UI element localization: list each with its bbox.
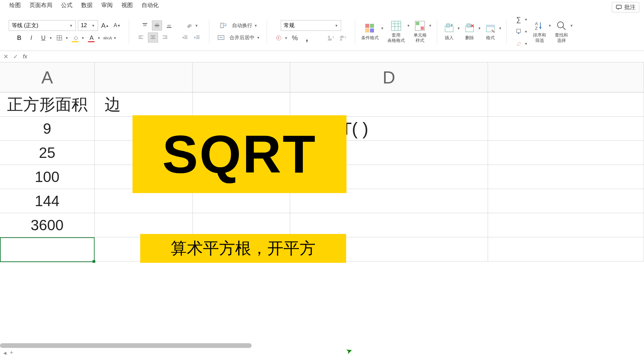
comma-button[interactable]: ,: [302, 33, 312, 43]
font-name-select[interactable]: 等线 (正文) ▼: [9, 20, 76, 31]
conditional-format-button[interactable]: 条件格式: [360, 22, 380, 41]
increase-indent-button[interactable]: [192, 33, 202, 43]
decrease-decimal-button[interactable]: .00.0: [338, 33, 348, 43]
find-select-button[interactable]: 查找和 选择: [553, 19, 569, 44]
spreadsheet-grid[interactable]: A D 正方形面积 边 9 =SQRT( ) 25 100: [0, 62, 644, 357]
cell-A2[interactable]: 9: [0, 117, 95, 140]
horizontal-scrollbar[interactable]: [0, 343, 252, 348]
cell-A4[interactable]: 100: [0, 165, 95, 189]
font-group: 等线 (正文) ▼ 12 ▼ A▲ A▼ B I U▼ ▼ ▼ A▼ abcA▼: [7, 20, 124, 43]
col-header-B[interactable]: [95, 62, 193, 92]
align-right-button[interactable]: [160, 33, 170, 43]
fill-dropdown[interactable]: ▼: [524, 30, 528, 34]
col-header-rest[interactable]: [488, 62, 644, 92]
italic-button[interactable]: I: [26, 33, 36, 43]
decrease-indent-button[interactable]: [180, 33, 190, 43]
chevron-down-icon[interactable]: ▼: [257, 36, 260, 40]
cell-A1[interactable]: 正方形面积: [0, 93, 95, 116]
cell-B1[interactable]: 边: [95, 93, 193, 116]
cell-D6[interactable]: [290, 213, 488, 237]
percent-button[interactable]: %: [290, 33, 300, 43]
merge-center-button[interactable]: [216, 33, 226, 43]
decrease-font-button[interactable]: A▼: [112, 20, 122, 31]
font-size-select[interactable]: 12 ▼: [78, 20, 98, 31]
autosum-button[interactable]: ∑: [514, 14, 524, 24]
align-center-button[interactable]: [148, 33, 158, 43]
chevron-down-icon[interactable]: ▼: [254, 24, 258, 27]
cell-C6[interactable]: [193, 213, 290, 237]
table-format-icon: [391, 20, 401, 31]
orientation-button[interactable]: ab▼: [184, 20, 198, 31]
wrap-text-label: 自动换行: [232, 22, 252, 29]
sort-filter-button[interactable]: AZ 排序和 筛选: [532, 19, 547, 44]
bold-button[interactable]: B: [14, 33, 24, 43]
col-header-D[interactable]: D: [290, 62, 488, 92]
cell-A7[interactable]: [0, 237, 95, 261]
menu-formulas[interactable]: 公式: [61, 1, 72, 9]
menu-draw[interactable]: 绘图: [9, 1, 21, 9]
cell-B6[interactable]: [95, 213, 193, 237]
cell-rest-6[interactable]: [488, 213, 644, 237]
increase-decimal-button[interactable]: .0.00: [326, 33, 336, 43]
formula-input[interactable]: [32, 51, 641, 62]
fx-icon[interactable]: fx: [23, 53, 27, 60]
sheet-menu-icon[interactable]: ◂: [3, 349, 6, 357]
autosum-dropdown[interactable]: ▼: [524, 18, 528, 21]
cell-styles-label: 单元格 样式: [414, 33, 427, 43]
cell-styles-icon: [415, 20, 425, 31]
sort-filter-icon: AZ: [534, 20, 545, 31]
cell-rest-1[interactable]: [488, 93, 644, 116]
align-bottom-button[interactable]: [164, 20, 174, 31]
cell-C1[interactable]: [193, 93, 290, 116]
cell-rest-7[interactable]: [488, 237, 644, 261]
font-color-button[interactable]: A▼: [87, 33, 101, 43]
comments-button[interactable]: 批注: [612, 2, 639, 12]
menu-view[interactable]: 视图: [121, 1, 133, 9]
fill-button[interactable]: [514, 26, 524, 37]
cancel-formula-button[interactable]: ✕: [3, 53, 8, 60]
svg-line-59: [563, 27, 566, 30]
border-button[interactable]: ▼: [54, 33, 68, 43]
delete-button[interactable]: 删除: [462, 22, 477, 41]
wrap-text-button[interactable]: [219, 20, 229, 31]
cell-A6[interactable]: 3600: [0, 213, 95, 237]
cell-A3[interactable]: 25: [0, 141, 95, 165]
table-format-button[interactable]: 套用 表格格式: [386, 19, 406, 44]
cell-rest-4[interactable]: [488, 165, 644, 189]
clear-button[interactable]: [514, 39, 524, 49]
menu-automate[interactable]: 自动化: [142, 1, 159, 9]
col-header-A[interactable]: A: [0, 62, 95, 92]
eraser-icon: [516, 41, 522, 47]
align-middle-button[interactable]: [152, 20, 162, 31]
alignment-group: ab▼: [134, 20, 204, 43]
menu-review[interactable]: 审阅: [101, 1, 113, 9]
align-left-button[interactable]: [136, 33, 146, 43]
cell-D1[interactable]: [290, 93, 488, 116]
confirm-formula-button[interactable]: ✓: [13, 53, 18, 60]
orientation-icon: ab: [186, 22, 192, 28]
cell-rest-3[interactable]: [488, 141, 644, 165]
cell-rest-2[interactable]: [488, 117, 644, 140]
number-format-select[interactable]: 常规 ▼: [281, 20, 341, 31]
underline-button[interactable]: U▼: [38, 33, 52, 43]
comments-label: 批注: [624, 3, 636, 11]
cell-rest-5[interactable]: [488, 189, 644, 213]
insert-button[interactable]: 插入: [442, 22, 457, 41]
align-top-icon: [142, 22, 148, 28]
phonetic-button[interactable]: abcA▼: [103, 33, 117, 43]
menu-data[interactable]: 数据: [81, 1, 93, 9]
menu-page-layout[interactable]: 页面布局: [30, 1, 52, 9]
col-header-C[interactable]: [193, 62, 290, 92]
cell-A5[interactable]: 144: [0, 189, 95, 213]
paint-bucket-icon: [72, 35, 78, 41]
svg-rect-40: [370, 28, 374, 33]
increase-font-button[interactable]: A▲: [100, 20, 110, 31]
cell-styles-button[interactable]: 单元格 样式: [412, 19, 428, 44]
fill-color-button[interactable]: ▼: [70, 33, 85, 43]
format-button[interactable]: 格式: [483, 22, 498, 41]
clear-dropdown[interactable]: ▼: [524, 42, 528, 46]
currency-button[interactable]: ¥▼: [274, 33, 288, 43]
add-sheet-button[interactable]: +: [10, 349, 13, 357]
conditional-format-icon: [365, 23, 375, 34]
align-top-button[interactable]: [140, 20, 150, 31]
